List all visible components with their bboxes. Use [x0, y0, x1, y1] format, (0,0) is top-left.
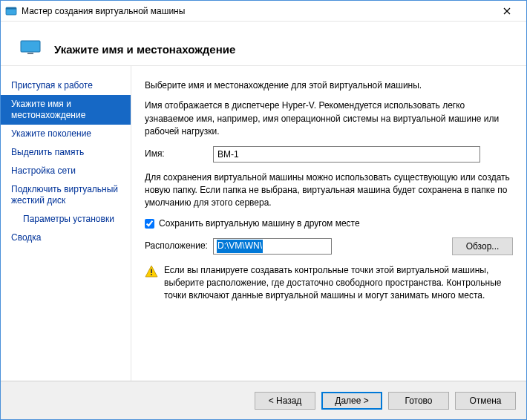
name-hint: Имя отображается в диспетчере Hyper-V. Р…	[145, 99, 513, 138]
sidebar-item-generation[interactable]: Укажите поколение	[1, 125, 131, 143]
name-label: Имя:	[145, 148, 213, 160]
name-row: Имя:	[145, 146, 513, 163]
svg-rect-2	[21, 41, 40, 52]
location-label: Расположение:	[145, 240, 213, 252]
wizard-footer: < Назад Далее > Готово Отмена	[1, 381, 526, 419]
store-elsewhere-checkbox[interactable]	[145, 219, 154, 229]
svg-rect-5	[151, 274, 152, 275]
sidebar-item-summary[interactable]: Сводка	[1, 229, 131, 247]
wizard-header: Укажите имя и местонахождение	[1, 22, 526, 66]
back-button[interactable]: < Назад	[255, 392, 315, 410]
svg-rect-3	[27, 53, 33, 54]
sidebar-item-before-you-begin[interactable]: Приступая к работе	[1, 76, 131, 95]
close-button[interactable]	[492, 1, 522, 21]
intro-text: Выберите имя и местонахождение для этой …	[145, 79, 513, 92]
window-title: Мастер создания виртуальной машины	[22, 6, 492, 16]
sidebar-item-memory[interactable]: Выделить память	[1, 143, 131, 162]
warning-text: Если вы планируете создавать контрольные…	[164, 264, 513, 301]
warning-icon	[145, 265, 158, 278]
warning-row: Если вы планируете создавать контрольные…	[145, 264, 513, 301]
sidebar: Приступая к работе Укажите имя и местона…	[1, 66, 131, 381]
browse-button[interactable]: Обзор...	[452, 237, 513, 255]
sidebar-item-name-location[interactable]: Укажите имя и местонахождение	[1, 95, 131, 125]
cancel-button[interactable]: Отмена	[455, 392, 516, 410]
sidebar-item-networking[interactable]: Настройка сети	[1, 162, 131, 180]
svg-rect-4	[151, 269, 152, 274]
content-pane: Выберите имя и местонахождение для этой …	[131, 66, 526, 381]
monitor-icon	[20, 40, 41, 55]
store-elsewhere-label: Сохранить виртуальную машину в другом ме…	[159, 217, 360, 230]
location-input[interactable]	[213, 238, 332, 255]
titlebar: Мастер создания виртуальной машины	[1, 1, 526, 22]
wizard-window: Мастер создания виртуальной машины Укажи…	[0, 0, 527, 420]
folder-hint: Для сохранения виртуальной машины можно …	[145, 171, 513, 210]
wizard-body: Приступая к работе Укажите имя и местона…	[1, 66, 526, 381]
app-icon	[5, 5, 17, 17]
sidebar-item-vhd[interactable]: Подключить виртуальный жесткий диск	[1, 180, 131, 210]
next-button[interactable]: Далее >	[321, 392, 382, 410]
svg-rect-1	[6, 7, 16, 10]
store-elsewhere-row: Сохранить виртуальную машину в другом ме…	[145, 217, 513, 230]
location-row: Расположение: D:\VM\WN\ Обзор...	[145, 237, 513, 255]
page-title: Укажите имя и местонахождение	[54, 43, 235, 56]
finish-button[interactable]: Готово	[388, 392, 449, 410]
name-input[interactable]	[213, 146, 480, 163]
sidebar-item-install-options[interactable]: Параметры установки	[1, 210, 131, 229]
